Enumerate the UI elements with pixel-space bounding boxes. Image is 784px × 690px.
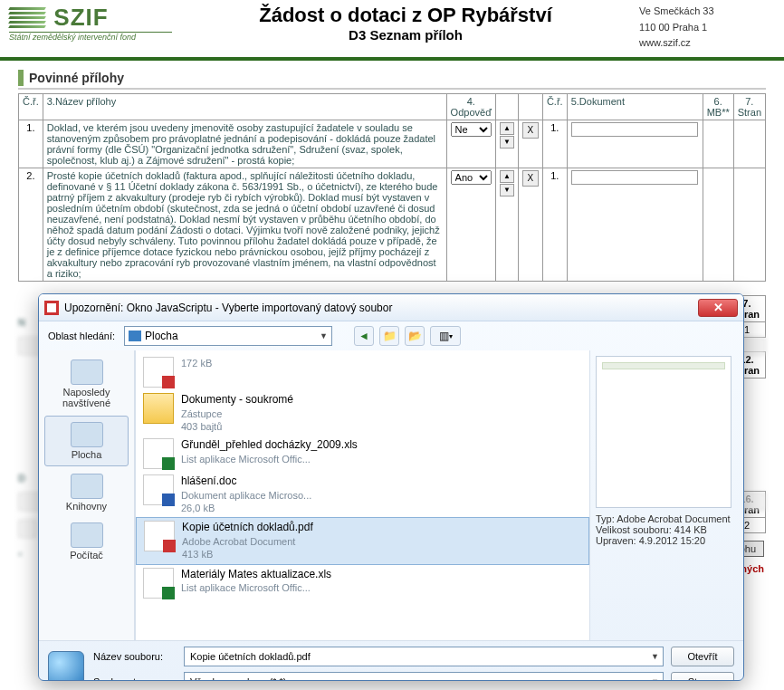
file-meta: Dokumenty - soukroméZástupce403 bajtů (181, 393, 293, 433)
place-label: Naposledy navštívené (41, 387, 132, 408)
pdf-icon (143, 357, 174, 388)
place-label: Počítač (41, 550, 132, 561)
attachment-table: Č.ř. 3.Název přílohy 4.Odpověď Č.ř. 5.Do… (18, 93, 766, 282)
folder-icon (143, 393, 174, 424)
file-open-dialog: Upozornění: Okno JavaScriptu - Vyberte i… (38, 293, 744, 681)
answer-cell: Ano (446, 168, 495, 281)
filename-value: Kopie účetních dokladů.pdf (190, 651, 311, 662)
close-button[interactable]: ✕ (698, 299, 738, 317)
places-item[interactable]: Plocha (44, 416, 129, 466)
pages-cell (733, 168, 765, 281)
spin-up-button[interactable]: ▲ (500, 170, 514, 183)
doc-num: 1. (542, 120, 567, 168)
address-line-2: 110 00 Praha 1 (639, 20, 775, 36)
section-bar-icon (18, 70, 24, 86)
file-name: Dokumenty - soukromé (181, 393, 293, 407)
filename-label: Název souboru: (93, 651, 177, 662)
spin-down-button[interactable]: ▼ (500, 136, 514, 149)
file-item[interactable]: Gřunděl_přehled docházky_2009.xlsList ap… (136, 436, 589, 472)
network-icon[interactable] (48, 651, 84, 681)
file-item[interactable]: Kopie účetních dokladů.pdfAdobe Acrobat … (136, 517, 589, 564)
document-input[interactable] (571, 122, 698, 137)
filetype-value: Všechny soubory (*.*) (190, 676, 286, 681)
file-item[interactable]: Dokumenty - soukroméZástupce403 bajtů (136, 390, 589, 436)
table-row: 1.Doklad, ve kterém jsou uvedeny jmenovi… (19, 120, 766, 168)
section-title: Povinné přílohy (29, 71, 124, 85)
file-meta: 172 kB (181, 357, 212, 369)
col-spin (495, 93, 518, 120)
answer-select[interactable]: Ne (451, 122, 492, 137)
file-desc: Dokument aplikace Microso...26,0 kB (181, 489, 311, 515)
file-item[interactable]: Materiály Mates aktualizace.xlsList apli… (136, 565, 589, 601)
file-list[interactable]: 172 kBDokumenty - soukroméZástupce403 ba… (135, 350, 589, 640)
up-button[interactable]: 📁 (379, 326, 399, 346)
header-rule (0, 57, 784, 61)
places-item[interactable]: Naposledy navštívené (39, 354, 134, 414)
row-text: Prosté kopie účetních dokladů (faktura a… (43, 168, 446, 281)
spin-cell: ▲▼ (495, 120, 518, 168)
lookin-combo[interactable]: Plocha ▼ (124, 326, 332, 346)
doc-icon (143, 474, 174, 505)
file-meta: Gřunděl_přehled docházky_2009.xlsList ap… (181, 438, 358, 465)
cancel-button[interactable]: Storno (671, 672, 734, 681)
table-row: 2.Prosté kopie účetních dokladů (faktura… (19, 168, 766, 281)
places-item[interactable]: Počítač (39, 517, 134, 566)
dialog-title: Upozornění: Okno JavaScriptu - Vyberte i… (64, 302, 698, 314)
file-desc: 172 kB (181, 357, 212, 369)
view-menu-button[interactable]: ▥ ▾ (430, 326, 461, 346)
file-item[interactable]: hlášení.docDokument aplikace Microso...2… (136, 472, 589, 517)
filename-field[interactable]: Kopie účetních dokladů.pdf ▼ (184, 647, 664, 666)
place-icon (71, 474, 103, 499)
place-label: Knihovny (41, 501, 132, 512)
file-meta: Kopie účetních dokladů.pdfAdobe Acrobat … (182, 521, 313, 561)
section-underline (18, 88, 766, 90)
dialog-titlebar[interactable]: Upozornění: Okno JavaScriptu - Vyberte i… (39, 294, 743, 321)
dialog-bottom: Název souboru: Kopie účetních dokladů.pd… (39, 640, 743, 681)
xls-icon (143, 568, 174, 599)
col-pages: 7.Stran (733, 93, 765, 120)
open-button[interactable]: Otevřít (671, 647, 734, 666)
del-cell: X (518, 168, 542, 281)
file-meta: hlášení.docDokument aplikace Microso...2… (181, 474, 311, 514)
chevron-down-icon: ▼ (651, 652, 659, 661)
file-item[interactable]: 172 kB (136, 354, 589, 390)
file-desc: List aplikace Microsoft Offic... (181, 581, 331, 594)
preview-size: Velikost souboru: 414 KB (596, 524, 738, 535)
col-cr2: Č.ř. (542, 93, 567, 120)
app-header: SZIF Státní zemědělský intervenční fond … (0, 0, 784, 52)
file-desc: Adobe Acrobat Document413 kB (182, 535, 313, 561)
mb-cell (703, 168, 733, 281)
row-num: 1. (19, 120, 43, 168)
mb-cell (703, 120, 733, 168)
col-mb: 6.MB** (703, 93, 733, 120)
delete-row-button[interactable]: X (522, 122, 539, 139)
address-block: Ve Smečkách 33 110 00 Praha 1 www.szif.c… (639, 4, 775, 52)
document-input[interactable] (571, 170, 698, 185)
back-button[interactable]: ◄ (354, 326, 374, 346)
pages-cell (733, 120, 765, 168)
col-answer: 4.Odpověď (446, 93, 495, 120)
answer-cell: Ne (446, 120, 495, 168)
file-name: Gřunděl_přehled docházky_2009.xls (181, 438, 358, 453)
doc-num: 1. (542, 168, 567, 281)
place-icon (71, 359, 103, 385)
places-bar: Naposledy navštívenéPlochaKnihovnyPočíta… (39, 350, 135, 640)
xls-icon (143, 438, 174, 469)
section-heading: Povinné přílohy (18, 70, 784, 86)
place-label: Plocha (47, 449, 126, 460)
spin-cell: ▲▼ (495, 168, 518, 281)
filetype-combo[interactable]: Všechny soubory (*.*) ▼ (184, 672, 664, 681)
new-folder-button[interactable]: 📂 (405, 326, 425, 346)
doc-cell (567, 168, 703, 281)
delete-row-button[interactable]: X (522, 170, 539, 187)
lookin-value: Plocha (145, 330, 178, 342)
spin-up-button[interactable]: ▲ (500, 122, 514, 135)
org-full: Státní zemědělský intervenční fond (9, 32, 172, 42)
file-desc: Zástupce403 bajtů (181, 407, 293, 434)
row-num: 2. (19, 168, 43, 281)
preview-modified: Upraven: 4.9.2012 15:20 (596, 535, 738, 546)
chevron-down-icon: ▼ (320, 331, 328, 340)
spin-down-button[interactable]: ▼ (500, 184, 514, 196)
places-item[interactable]: Knihovny (39, 468, 134, 517)
answer-select[interactable]: Ano (451, 170, 492, 185)
